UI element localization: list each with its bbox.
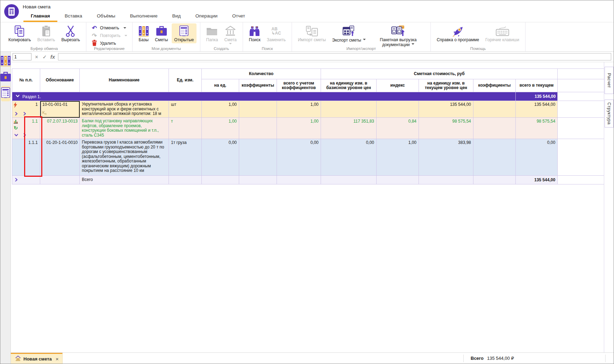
cell-unit[interactable]: шт xyxy=(169,101,202,118)
status-total-value: 135 544,00 ₽ xyxy=(487,356,514,361)
ribbon-tab-0[interactable]: Главная xyxy=(23,11,57,22)
close-icon[interactable]: × xyxy=(56,356,59,362)
ribbon-button-documents[interactable]: Открытые xyxy=(172,23,196,43)
ribbon-group-1: ↶Отменить ↷Повторить Удалить Редактирова… xyxy=(86,22,133,51)
col-header-name: Наименование xyxy=(80,69,169,92)
cell-value[interactable] xyxy=(473,139,516,176)
cell-value[interactable]: 383,98 xyxy=(419,139,473,176)
cell-value[interactable] xyxy=(239,101,277,118)
ribbon-button-replace: AB↳AC Заменить xyxy=(264,23,288,43)
ribbon-button-scissors[interactable]: Вырезать xyxy=(59,23,83,43)
estimate-icon xyxy=(15,356,21,362)
cell-value[interactable]: 1,00 xyxy=(277,101,321,118)
chevron-down-icon[interactable] xyxy=(15,94,22,98)
dropdown-caret-icon[interactable] xyxy=(363,39,366,42)
cell-num[interactable]: 1 xyxy=(12,101,40,118)
cell-value[interactable]: 135 544,00 xyxy=(419,101,473,118)
footer-label[interactable]: Всего xyxy=(80,176,169,184)
formula-input[interactable] xyxy=(58,53,611,60)
cell-value[interactable]: 1,00 xyxy=(202,118,239,139)
ribbon-tab-6[interactable]: Отчет xyxy=(225,11,252,22)
batch-export-icon xyxy=(391,24,405,38)
export-icon xyxy=(343,24,355,38)
cell-value[interactable]: 0,00 xyxy=(202,139,239,176)
side-tab-label: Расчет xyxy=(607,73,612,88)
cancel-icon[interactable]: × xyxy=(34,54,40,60)
ribbon-button-binoculars[interactable]: Поиск xyxy=(247,23,263,43)
cell-code[interactable]: 07.2.07.13-0013 xyxy=(40,118,80,139)
cell-name[interactable]: Укрупнительная сборка и установка констр… xyxy=(80,101,169,118)
cell-value[interactable] xyxy=(239,139,277,176)
ribbon-tab-2[interactable]: Объёмы xyxy=(90,11,123,22)
ribbon-button-rocket[interactable]: Справка о программе xyxy=(434,23,481,43)
cell-value[interactable]: 117 351,83 xyxy=(321,118,377,139)
ribbon-button-trash[interactable]: Удалить xyxy=(90,39,117,47)
cell-code[interactable]: 01-20-1-01-0010 xyxy=(40,139,80,176)
ribbon-button-briefcase[interactable]: Сметы xyxy=(152,23,170,43)
formula-bar: × ✓ fx xyxy=(11,52,614,62)
rail-binders-button[interactable] xyxy=(1,54,10,69)
chevron-right-icon[interactable] xyxy=(22,111,27,116)
footer-total[interactable]: 135 544,00 xyxy=(516,176,558,184)
col-subheader: на ед. xyxy=(202,79,239,92)
side-tab-1[interactable]: Структура xyxy=(605,100,614,128)
ribbon-button-folder: Папка xyxy=(204,23,221,43)
cell-value[interactable]: 0,00 xyxy=(516,139,558,176)
cell-num[interactable]: ↻ 1.1 xyxy=(12,118,40,139)
ribbon-tab-5[interactable]: Операции xyxy=(188,11,225,22)
side-panel-strip: РасчетСтруктура xyxy=(604,62,614,352)
section-label-cell[interactable]: Раздел 1. xyxy=(12,92,516,101)
cell-code[interactable]: 10-01-001-01Кп xyxy=(40,101,80,118)
row-number: 1.1.1 xyxy=(28,140,38,145)
dropdown-caret-icon[interactable] xyxy=(412,43,414,46)
status-separator xyxy=(605,355,606,362)
cell-value[interactable]: 1,00 xyxy=(377,139,419,176)
ribbon-button-undo[interactable]: ↶Отменить xyxy=(90,24,128,32)
chevron-right-icon[interactable] xyxy=(22,133,27,137)
fx-icon: fx xyxy=(50,54,55,60)
chevron-right-icon[interactable] xyxy=(14,177,19,182)
bottom-bar: Новая смета × Всего 135 544,00 ₽ xyxy=(0,352,614,364)
cell-value[interactable]: 0,00 xyxy=(321,139,377,176)
cell-value[interactable] xyxy=(239,118,277,139)
cell-value[interactable]: 98 575,54 xyxy=(516,118,558,139)
cell-value[interactable]: 1,00 xyxy=(202,101,239,118)
document-tab[interactable]: Новая смета × xyxy=(11,353,63,364)
cell-value[interactable] xyxy=(377,101,419,118)
cell-value[interactable]: 0,00 xyxy=(277,139,321,176)
ribbon-button-keyboard: Горячие клавиши xyxy=(483,23,522,43)
chevron-down-icon[interactable] xyxy=(14,133,19,137)
cell-value[interactable]: 98 575,54 xyxy=(419,118,473,139)
cell-value[interactable] xyxy=(473,118,516,139)
cell-value[interactable]: 1,00 xyxy=(277,118,321,139)
cell-value[interactable]: 135 544,00 xyxy=(516,101,558,118)
confirm-icon[interactable]: ✓ xyxy=(42,54,48,60)
ribbon-button-export[interactable]: Экспорт сметы xyxy=(330,23,368,44)
ribbon-button-copy[interactable]: Копировать xyxy=(6,23,34,43)
cell-value[interactable] xyxy=(321,101,377,118)
cell-name[interactable]: Балки под установку направляющих лифтов,… xyxy=(80,118,169,139)
cell-reference-input[interactable] xyxy=(13,53,31,60)
rail-briefcase-button[interactable] xyxy=(1,70,10,85)
cell-name[interactable]: Перевозка грузов I класса автомобилями б… xyxy=(80,139,169,176)
cell-value[interactable]: 0,84 xyxy=(377,118,419,139)
ribbon-button-binders[interactable]: Базы xyxy=(136,23,151,43)
cell-unit[interactable]: 1т груза xyxy=(169,139,202,176)
chevron-right-icon[interactable] xyxy=(14,111,19,116)
side-tab-0[interactable]: Расчет xyxy=(605,67,614,94)
dropdown-caret-icon xyxy=(229,43,232,46)
row-number: 1 xyxy=(35,102,38,107)
cell-num[interactable]: 1.1.1 xyxy=(12,139,40,176)
cell-num[interactable] xyxy=(12,176,40,184)
ribbon-tab-1[interactable]: Вставка xyxy=(57,11,90,22)
ribbon-tab-3[interactable]: Выполнение xyxy=(123,11,165,22)
ribbon-group-2: Базы Сметы Открытые Мои документы xyxy=(133,22,200,51)
ribbon-tab-4[interactable]: Вид xyxy=(165,11,188,22)
rail-documents-button[interactable] xyxy=(1,86,10,101)
cell-value[interactable] xyxy=(473,101,516,118)
ribbon-button-batch-export[interactable]: Пакетная выгрузка документации xyxy=(370,23,427,48)
dropdown-caret-icon[interactable] xyxy=(123,27,126,30)
section-label: Раздел 1. xyxy=(22,94,41,99)
section-total[interactable]: 135 544,00 xyxy=(516,92,558,101)
cell-unit[interactable]: т xyxy=(169,118,202,139)
